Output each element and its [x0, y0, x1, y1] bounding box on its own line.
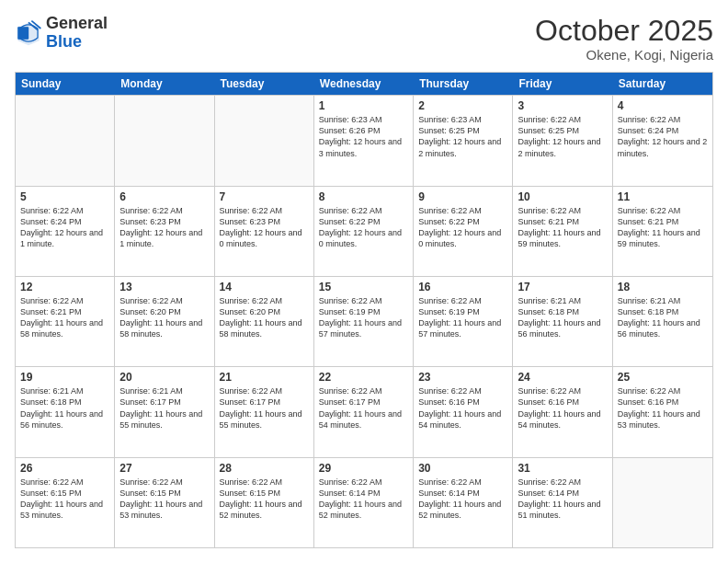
- cal-cell-day-24: 24Sunrise: 6:22 AM Sunset: 6:16 PM Dayli…: [513, 367, 612, 456]
- cell-text: Sunrise: 6:21 AM Sunset: 6:17 PM Dayligh…: [119, 385, 209, 431]
- cell-text: Sunrise: 6:22 AM Sunset: 6:19 PM Dayligh…: [319, 295, 408, 340]
- cal-cell-day-9: 9Sunrise: 6:22 AM Sunset: 6:22 PM Daylig…: [414, 187, 513, 276]
- cal-cell-day-5: 5Sunrise: 6:22 AM Sunset: 6:24 PM Daylig…: [16, 187, 115, 276]
- header-day-friday: Friday: [513, 73, 612, 95]
- cal-cell-day-19: 19Sunrise: 6:21 AM Sunset: 6:18 PM Dayli…: [16, 367, 115, 456]
- day-number: 2: [418, 99, 507, 112]
- day-number: 11: [618, 190, 708, 203]
- title-section: October 2025 Okene, Kogi, Nigeria: [535, 15, 713, 63]
- cal-cell-day-20: 20Sunrise: 6:21 AM Sunset: 6:17 PM Dayli…: [115, 367, 214, 456]
- cell-text: Sunrise: 6:23 AM Sunset: 6:26 PM Dayligh…: [319, 114, 408, 159]
- month-title: October 2025: [535, 15, 713, 47]
- header: General Blue October 2025 Okene, Kogi, N…: [15, 15, 713, 63]
- cal-cell-empty: [613, 458, 712, 547]
- cal-cell-day-31: 31Sunrise: 6:22 AM Sunset: 6:14 PM Dayli…: [513, 458, 612, 547]
- cell-text: Sunrise: 6:22 AM Sunset: 6:14 PM Dayligh…: [319, 477, 408, 522]
- day-number: 14: [220, 281, 309, 293]
- header-day-saturday: Saturday: [613, 73, 712, 95]
- cal-cell-day-4: 4Sunrise: 6:22 AM Sunset: 6:24 PM Daylig…: [613, 96, 712, 185]
- logo-text: General Blue: [46, 15, 108, 52]
- page: General Blue October 2025 Okene, Kogi, N…: [0, 0, 728, 563]
- logo-icon: [15, 19, 42, 47]
- cal-cell-day-12: 12Sunrise: 6:22 AM Sunset: 6:21 PM Dayli…: [16, 277, 115, 366]
- cell-text: Sunrise: 6:22 AM Sunset: 6:23 PM Dayligh…: [119, 205, 209, 250]
- cal-cell-empty: [215, 96, 314, 185]
- day-number: 5: [20, 190, 109, 203]
- cell-text: Sunrise: 6:22 AM Sunset: 6:22 PM Dayligh…: [319, 205, 408, 250]
- cell-text: Sunrise: 6:22 AM Sunset: 6:23 PM Dayligh…: [220, 205, 309, 250]
- location-title: Okene, Kogi, Nigeria: [535, 47, 713, 63]
- cell-text: Sunrise: 6:22 AM Sunset: 6:17 PM Dayligh…: [319, 385, 408, 431]
- cell-text: Sunrise: 6:21 AM Sunset: 6:18 PM Dayligh…: [518, 295, 607, 340]
- cal-cell-day-14: 14Sunrise: 6:22 AM Sunset: 6:20 PM Dayli…: [215, 277, 314, 366]
- cal-cell-day-15: 15Sunrise: 6:22 AM Sunset: 6:19 PM Dayli…: [314, 277, 414, 366]
- cal-cell-day-10: 10Sunrise: 6:22 AM Sunset: 6:21 PM Dayli…: [513, 187, 612, 276]
- cal-cell-day-13: 13Sunrise: 6:22 AM Sunset: 6:20 PM Dayli…: [115, 277, 214, 366]
- logo-blue: Blue: [46, 32, 82, 51]
- cal-row-0: 1Sunrise: 6:23 AM Sunset: 6:26 PM Daylig…: [16, 95, 712, 185]
- day-number: 15: [319, 281, 408, 293]
- cal-cell-day-27: 27Sunrise: 6:22 AM Sunset: 6:15 PM Dayli…: [115, 458, 214, 547]
- day-number: 8: [319, 190, 408, 203]
- cal-cell-day-3: 3Sunrise: 6:22 AM Sunset: 6:25 PM Daylig…: [513, 96, 612, 185]
- cell-text: Sunrise: 6:21 AM Sunset: 6:18 PM Dayligh…: [618, 295, 708, 340]
- cal-cell-day-28: 28Sunrise: 6:22 AM Sunset: 6:15 PM Dayli…: [215, 458, 314, 547]
- cal-cell-day-23: 23Sunrise: 6:22 AM Sunset: 6:16 PM Dayli…: [414, 367, 513, 456]
- header-day-wednesday: Wednesday: [314, 73, 414, 95]
- cell-text: Sunrise: 6:22 AM Sunset: 6:14 PM Dayligh…: [418, 477, 507, 522]
- day-number: 29: [319, 462, 408, 475]
- cal-row-2: 12Sunrise: 6:22 AM Sunset: 6:21 PM Dayli…: [16, 276, 712, 366]
- cal-cell-day-17: 17Sunrise: 6:21 AM Sunset: 6:18 PM Dayli…: [513, 277, 612, 366]
- logo-general: General: [46, 14, 108, 32]
- cal-cell-day-11: 11Sunrise: 6:22 AM Sunset: 6:21 PM Dayli…: [613, 187, 712, 276]
- day-number: 20: [119, 371, 209, 384]
- day-number: 4: [618, 99, 708, 112]
- header-day-sunday: Sunday: [16, 73, 115, 95]
- day-number: 1: [319, 99, 408, 112]
- cal-cell-empty: [115, 96, 214, 185]
- cell-text: Sunrise: 6:22 AM Sunset: 6:25 PM Dayligh…: [518, 114, 607, 159]
- cell-text: Sunrise: 6:22 AM Sunset: 6:14 PM Dayligh…: [518, 477, 607, 522]
- cal-cell-day-6: 6Sunrise: 6:22 AM Sunset: 6:23 PM Daylig…: [115, 187, 214, 276]
- cell-text: Sunrise: 6:22 AM Sunset: 6:15 PM Dayligh…: [119, 477, 209, 522]
- cell-text: Sunrise: 6:22 AM Sunset: 6:20 PM Dayligh…: [119, 295, 209, 340]
- cell-text: Sunrise: 6:22 AM Sunset: 6:19 PM Dayligh…: [418, 295, 507, 340]
- cal-cell-day-8: 8Sunrise: 6:22 AM Sunset: 6:22 PM Daylig…: [314, 187, 414, 276]
- day-number: 30: [418, 462, 507, 475]
- cal-cell-day-26: 26Sunrise: 6:22 AM Sunset: 6:15 PM Dayli…: [16, 458, 115, 547]
- cal-cell-day-25: 25Sunrise: 6:22 AM Sunset: 6:16 PM Dayli…: [613, 367, 712, 456]
- day-number: 10: [518, 190, 607, 203]
- day-number: 3: [518, 99, 607, 112]
- day-number: 18: [618, 281, 708, 293]
- cal-cell-day-30: 30Sunrise: 6:22 AM Sunset: 6:14 PM Dayli…: [414, 458, 513, 547]
- cell-text: Sunrise: 6:23 AM Sunset: 6:25 PM Dayligh…: [418, 114, 507, 159]
- cell-text: Sunrise: 6:22 AM Sunset: 6:24 PM Dayligh…: [618, 114, 708, 159]
- day-number: 23: [418, 371, 507, 384]
- header-day-thursday: Thursday: [414, 73, 513, 95]
- header-day-monday: Monday: [115, 73, 214, 95]
- day-number: 12: [20, 281, 109, 293]
- cell-text: Sunrise: 6:22 AM Sunset: 6:20 PM Dayligh…: [220, 295, 309, 340]
- cell-text: Sunrise: 6:22 AM Sunset: 6:21 PM Dayligh…: [518, 205, 607, 250]
- day-number: 26: [20, 462, 109, 475]
- calendar-header: SundayMondayTuesdayWednesdayThursdayFrid…: [16, 73, 712, 95]
- cal-row-4: 26Sunrise: 6:22 AM Sunset: 6:15 PM Dayli…: [16, 457, 712, 547]
- cal-row-3: 19Sunrise: 6:21 AM Sunset: 6:18 PM Dayli…: [16, 366, 712, 456]
- cal-cell-day-18: 18Sunrise: 6:21 AM Sunset: 6:18 PM Dayli…: [613, 277, 712, 366]
- cell-text: Sunrise: 6:22 AM Sunset: 6:15 PM Dayligh…: [20, 477, 109, 522]
- cal-cell-empty: [16, 96, 115, 185]
- cell-text: Sunrise: 6:22 AM Sunset: 6:21 PM Dayligh…: [618, 205, 708, 250]
- day-number: 25: [618, 371, 708, 384]
- day-number: 22: [319, 371, 408, 384]
- cal-cell-day-16: 16Sunrise: 6:22 AM Sunset: 6:19 PM Dayli…: [414, 277, 513, 366]
- day-number: 16: [418, 281, 507, 293]
- cell-text: Sunrise: 6:22 AM Sunset: 6:16 PM Dayligh…: [618, 385, 708, 431]
- day-number: 19: [20, 371, 109, 384]
- cal-cell-day-7: 7Sunrise: 6:22 AM Sunset: 6:23 PM Daylig…: [215, 187, 314, 276]
- logo: General Blue: [15, 15, 108, 52]
- cal-cell-day-29: 29Sunrise: 6:22 AM Sunset: 6:14 PM Dayli…: [314, 458, 414, 547]
- cell-text: Sunrise: 6:21 AM Sunset: 6:18 PM Dayligh…: [20, 385, 109, 431]
- cell-text: Sunrise: 6:22 AM Sunset: 6:21 PM Dayligh…: [20, 295, 109, 340]
- cell-text: Sunrise: 6:22 AM Sunset: 6:16 PM Dayligh…: [418, 385, 507, 431]
- cell-text: Sunrise: 6:22 AM Sunset: 6:22 PM Dayligh…: [418, 205, 507, 250]
